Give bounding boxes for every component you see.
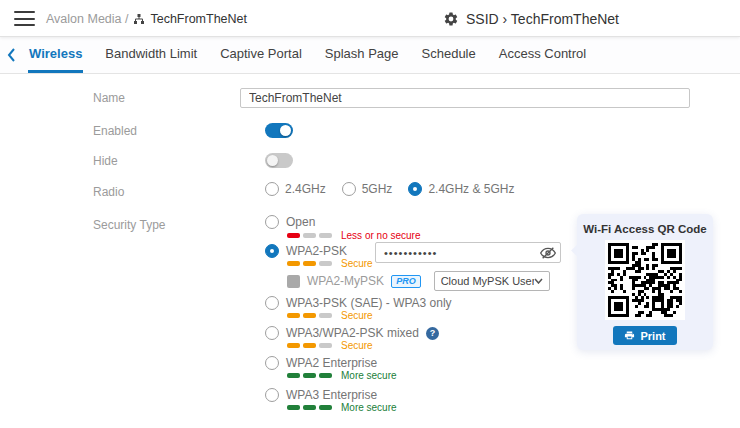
security-option-wpa2-enterprise[interactable]: WPA2 Enterprise [265, 356, 377, 370]
security-meter-open: Less or no secure [287, 232, 421, 238]
pro-badge: PRO [391, 275, 421, 288]
enabled-toggle[interactable] [265, 123, 293, 138]
security-meter-wpa3-psk: Secure [287, 312, 373, 318]
menu-icon[interactable] [14, 11, 35, 26]
wpa2-mypsk-row: WPA2-MyPSK PRO Cloud MyPSK Users [287, 271, 550, 291]
radio-button-icon[interactable] [408, 182, 422, 196]
security-level-text: Secure [341, 310, 373, 321]
printer-icon [624, 330, 635, 341]
radio-button-icon[interactable] [265, 388, 279, 402]
tabbar: Wireless Bandwidth Limit Captive Portal … [0, 37, 740, 74]
mypsk-users-dropdown[interactable]: Cloud MyPSK Users [434, 271, 550, 291]
security-level-text: More secure [341, 370, 397, 381]
print-button[interactable]: Print [613, 326, 676, 345]
ssid-settings-page: Avalon Media / TechFromTheNet SSID › Tec… [0, 0, 740, 428]
security-meter-wpa3-ent: More secure [287, 404, 397, 410]
hide-label: Hide [93, 154, 118, 168]
security-level-text: Less or no secure [341, 230, 421, 241]
security-option-wpa3-enterprise[interactable]: WPA3 Enterprise [265, 388, 377, 402]
radio-button-icon[interactable] [265, 296, 279, 310]
hide-toggle[interactable] [265, 153, 293, 168]
radio-label: Radio [93, 185, 124, 199]
radio-button-icon[interactable] [265, 244, 279, 258]
breadcrumb[interactable]: Avalon Media / TechFromTheNet [46, 0, 247, 37]
radio-button-icon[interactable] [265, 215, 279, 229]
chevron-left-icon[interactable] [7, 47, 21, 63]
password-field [375, 242, 561, 263]
radio-option-5ghz[interactable]: 5GHz [342, 182, 393, 196]
tab-wireless[interactable]: Wireless [28, 37, 83, 73]
breadcrumb-prefix[interactable]: Avalon Media / [46, 12, 128, 26]
security-option-open[interactable]: Open [265, 215, 315, 229]
security-level-text: More secure [341, 402, 397, 413]
gear-icon [443, 11, 459, 27]
security-meter-wpa2-psk: Secure [287, 260, 373, 266]
wifi-qr-panel: Wi-Fi Access QR Code Print [577, 214, 713, 350]
radio-button-icon[interactable] [265, 326, 279, 340]
print-label: Print [640, 330, 665, 342]
name-label: Name [93, 91, 125, 105]
page-title: SSID › TechFromTheNet [443, 0, 619, 37]
mypsk-checkbox[interactable] [287, 275, 300, 288]
mypsk-label: WPA2-MyPSK [307, 274, 384, 288]
security-meter-mixed: Secure [287, 342, 373, 348]
security-level-text: Secure [341, 258, 373, 269]
radio-option-24ghz[interactable]: 2.4GHz [265, 182, 326, 196]
dropdown-value: Cloud MyPSK Users [441, 275, 534, 287]
security-option-wpa3-wpa2-mixed[interactable]: WPA3/WPA2-PSK mixed ? [265, 326, 439, 340]
name-input[interactable] [240, 88, 690, 108]
security-option-wpa3-psk-sae[interactable]: WPA3-PSK (SAE) - WPA3 only [265, 296, 452, 310]
page-title-text: SSID › TechFromTheNet [466, 11, 619, 27]
chevron-down-icon [534, 278, 543, 284]
breadcrumb-current: TechFromTheNet [150, 12, 247, 26]
enabled-label: Enabled [93, 124, 137, 138]
tab-schedule[interactable]: Schedule [421, 37, 477, 73]
tab-access-control[interactable]: Access Control [498, 37, 587, 73]
password-input[interactable] [375, 242, 561, 263]
help-icon[interactable]: ? [426, 327, 439, 340]
qr-panel-title: Wi-Fi Access QR Code [583, 223, 706, 235]
radio-band-group: 2.4GHz 5GHz 2.4GHz & 5GHz [265, 182, 514, 196]
radio-button-icon[interactable] [265, 182, 279, 196]
qr-code-image [605, 240, 685, 320]
tab-bandwidth-limit[interactable]: Bandwidth Limit [104, 37, 198, 73]
topbar: Avalon Media / TechFromTheNet SSID › Tec… [0, 0, 740, 37]
radio-button-icon[interactable] [342, 182, 356, 196]
tab-list: Wireless Bandwidth Limit Captive Portal … [28, 37, 587, 73]
tab-captive-portal[interactable]: Captive Portal [219, 37, 303, 73]
site-icon [133, 13, 145, 25]
security-level-text: Secure [341, 340, 373, 351]
security-option-wpa2-psk[interactable]: WPA2-PSK [265, 244, 347, 258]
panel-notch [571, 244, 584, 257]
radio-button-icon[interactable] [265, 356, 279, 370]
eye-off-icon[interactable] [540, 245, 556, 261]
tab-splash-page[interactable]: Splash Page [324, 37, 400, 73]
security-meter-wpa2-ent: More secure [287, 372, 397, 378]
security-type-label: Security Type [93, 218, 165, 232]
radio-option-24-and-5ghz[interactable]: 2.4GHz & 5GHz [408, 182, 514, 196]
